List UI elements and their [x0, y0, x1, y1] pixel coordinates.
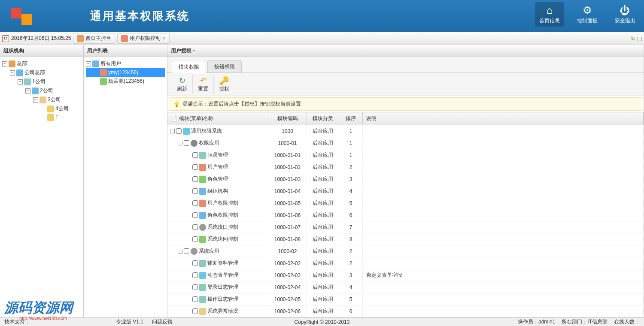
- row-checkbox[interactable]: [192, 200, 198, 206]
- module-name: 权限应用: [199, 139, 219, 147]
- module-icon: [199, 296, 206, 303]
- row-checkbox[interactable]: [192, 152, 198, 158]
- row-checkbox[interactable]: [192, 164, 198, 170]
- module-desc: [363, 177, 644, 181]
- tree-toggle[interactable]: −: [18, 79, 23, 85]
- row-checkbox[interactable]: [184, 248, 189, 254]
- tree-toggle[interactable]: −: [10, 70, 15, 75]
- row-checkbox[interactable]: [192, 176, 198, 182]
- col-code-header[interactable]: 模块编码: [268, 112, 307, 125]
- col-order-header[interactable]: 排序: [339, 112, 363, 125]
- module-cat: 后台应用: [307, 269, 339, 281]
- module-cat: 后台应用: [307, 125, 339, 137]
- tree-node-user1[interactable]: ymy(123456): [86, 68, 165, 77]
- row-toggle[interactable]: −: [170, 129, 175, 133]
- tab-console[interactable]: 首页主控台: [73, 33, 115, 44]
- module-icon: [183, 128, 190, 135]
- watermark-url: http://www.net188.com: [19, 316, 67, 317]
- row-checkbox[interactable]: [184, 140, 189, 146]
- tab-button-perm[interactable]: 按钮权限: [207, 60, 242, 72]
- table-row[interactable]: 角色管理1000-01-03后台应用3: [167, 173, 644, 185]
- user-icon: [121, 35, 128, 42]
- tree-node-c4[interactable]: 4公司: [2, 104, 81, 113]
- table-row[interactable]: 组织机构1000-01-04后台应用4: [167, 185, 644, 197]
- row-checkbox[interactable]: [176, 128, 182, 134]
- org-panel: 组织机构 −总部 −公司总部 −1公司 −2公司 −3公司 4公司 1: [0, 45, 84, 317]
- table-row[interactable]: 用户管理1000-01-02后台应用2: [167, 161, 644, 173]
- date-text: 2016年12月06日 15:05:25: [11, 35, 71, 42]
- nav-home-button[interactable]: ⌂ 首页信息: [535, 2, 564, 27]
- tree-toggle[interactable]: −: [2, 61, 7, 66]
- tree-toggle[interactable]: −: [86, 61, 91, 66]
- table-row[interactable]: 动态表单管理1000-02-03后台应用3自定义表单字段: [167, 269, 644, 281]
- module-name: 系统接口控制: [207, 223, 238, 231]
- refresh-icon: ↻: [179, 76, 185, 85]
- row-toggle[interactable]: −: [178, 141, 182, 145]
- module-desc: [363, 249, 644, 254]
- table-row[interactable]: −系统应用1000-02后台应用2: [167, 245, 644, 257]
- module-name: 角色管理: [207, 175, 228, 183]
- row-checkbox[interactable]: [192, 188, 198, 194]
- key-icon: [47, 106, 54, 112]
- module-code: 1000-01: [268, 138, 307, 148]
- tree-node-root[interactable]: −总部: [2, 59, 81, 68]
- table-row[interactable]: −通用权限系统1000后台应用1: [167, 125, 644, 137]
- row-toggle[interactable]: −: [178, 249, 182, 254]
- table-row[interactable]: 用户权限控制1000-01-05后台应用5: [167, 197, 644, 209]
- date-widget: 15 2016年12月06日 15:05:25: [2, 35, 71, 42]
- module-icon: [191, 140, 197, 147]
- row-checkbox[interactable]: [192, 296, 198, 302]
- table-row[interactable]: 系统接口控制1000-01-07后台应用7: [167, 221, 644, 233]
- close-icon[interactable]: ✕: [162, 36, 166, 41]
- module-name: 职员管理: [207, 151, 228, 159]
- refresh-button[interactable]: ↻刷新: [172, 75, 193, 94]
- users-panel: 用户列表 −所有用户 ymy(123456) 杨孟源(123456): [84, 45, 167, 317]
- module-code: 1000-02: [268, 246, 307, 257]
- row-checkbox[interactable]: [192, 260, 198, 266]
- module-desc: [363, 213, 644, 217]
- calendar-icon: 15: [2, 35, 9, 42]
- tab-userauth-label: 用户权限控制: [130, 35, 161, 42]
- refresh-icon[interactable]: ↻: [631, 36, 635, 42]
- row-checkbox[interactable]: [192, 272, 198, 278]
- tree-node-hq[interactable]: −公司总部: [2, 68, 81, 77]
- tree-toggle[interactable]: −: [25, 88, 30, 94]
- col-name-header[interactable]: 📄 模块(菜单)名称: [167, 112, 268, 125]
- tree-node-c3[interactable]: −3公司: [2, 95, 81, 104]
- row-checkbox[interactable]: [192, 212, 198, 218]
- module-cat: 后台应用: [307, 149, 339, 161]
- module-cat: 后台应用: [307, 209, 339, 221]
- module-code: 1000-02-03: [268, 270, 307, 281]
- tree-node-c1[interactable]: −1公司: [2, 77, 81, 86]
- module-order: 3: [339, 174, 363, 184]
- module-order: 5: [339, 294, 363, 305]
- expand-icon[interactable]: ⬚: [637, 36, 642, 42]
- tab-userauth[interactable]: 用户权限控制 ✕: [117, 33, 170, 44]
- tree-node-c2[interactable]: −2公司: [2, 86, 81, 95]
- tree-toggle[interactable]: −: [33, 97, 38, 103]
- nav-logout-button[interactable]: ⏻ 安全退出: [611, 2, 640, 27]
- table-row[interactable]: −权限应用1000-01后台应用1: [167, 137, 644, 149]
- nav-control-button[interactable]: ⚙ 控制面板: [573, 2, 602, 27]
- col-desc-header[interactable]: 说明: [363, 112, 644, 125]
- tree-node-c5[interactable]: 1: [2, 113, 81, 122]
- table-row[interactable]: 辅助资料管理1000-02-02后台应用2: [167, 257, 644, 269]
- authorize-button[interactable]: 🔑授权: [214, 75, 234, 94]
- table-row[interactable]: 系统访问控制1000-01-08后台应用8: [167, 233, 644, 245]
- row-checkbox[interactable]: [192, 224, 198, 230]
- tab-module-perm[interactable]: 模块权限: [172, 61, 206, 73]
- row-checkbox[interactable]: [192, 308, 198, 314]
- table-row[interactable]: 职员管理1000-01-01后台应用1: [167, 149, 644, 161]
- col-cat-header[interactable]: 模块分类: [307, 112, 339, 125]
- tree-node-user2[interactable]: 杨孟源(123456): [86, 77, 165, 86]
- table-row[interactable]: 登录日志管理1000-02-04后台应用4: [167, 281, 644, 293]
- row-checkbox[interactable]: [192, 284, 198, 290]
- table-row[interactable]: 角色权限控制1000-01-06后台应用6: [167, 209, 644, 221]
- row-checkbox[interactable]: [192, 236, 198, 242]
- table-row[interactable]: 操作日志管理1000-02-05后台应用5: [167, 293, 644, 305]
- module-order: 1: [339, 126, 363, 136]
- reset-button[interactable]: ↶重置: [193, 75, 214, 94]
- module-cat: 后台应用: [307, 185, 339, 197]
- tree-node-allusers[interactable]: −所有用户: [86, 59, 165, 68]
- table-row[interactable]: 系统异常情况1000-02-06后台应用6: [167, 305, 644, 317]
